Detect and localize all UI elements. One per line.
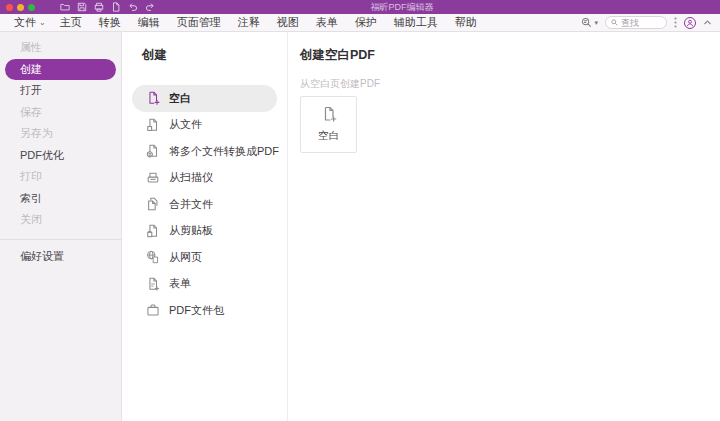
detail-panel-subtitle: 从空白页创建PDF [300,77,704,91]
sidebar-divider [0,239,121,240]
create-option[interactable]: 空白 [132,85,277,112]
blank-card-label: 空白 [318,129,339,143]
search-options-icon [581,17,592,28]
sidebar-item-preferences[interactable]: 偏好设置 [0,246,121,268]
convert-multiple-icon [145,144,160,159]
menu-item[interactable]: 页面管理 [177,15,224,30]
scanner-icon [145,170,160,185]
kebab-menu-icon[interactable] [674,17,677,28]
chevron-up-icon [703,18,712,27]
blank-pdf-card[interactable]: 空白 [300,96,357,153]
sidebar-item[interactable]: 索引 [0,188,121,210]
quick-access-toolbar [59,2,155,13]
clipboard-icon [145,223,160,238]
create-panel-title: 创建 [122,47,287,64]
menu-item[interactable]: 帮助 [455,15,480,30]
app-window: 福昕PDF编辑器 文件⌄ 主页 转换 编辑 页面管理 注释 视图 表单 保护 [0,0,720,421]
advanced-search-button[interactable]: ▾ [581,17,598,28]
user-icon [686,19,694,27]
title-bar: 福昕PDF编辑器 [0,0,720,14]
create-option[interactable]: 从网页 [132,244,277,271]
menubar-right-tools: ▾ [581,16,712,29]
search-box[interactable] [605,16,667,29]
create-option[interactable]: 从扫描仪 [132,165,277,192]
sidebar-item[interactable]: 打印 [0,166,121,188]
pdf-portfolio-icon [145,303,160,318]
backstage-content: 属性创建打开保存另存为PDF优化打印索引关闭 偏好设置 创建 空白 从文件 [0,32,720,421]
close-window-button[interactable] [6,4,13,11]
minimize-window-button[interactable] [17,4,24,11]
menu-item[interactable]: 编辑 [138,15,163,30]
search-input[interactable] [621,18,661,28]
webpage-icon [145,250,160,265]
menu-item[interactable]: 表单 [316,15,341,30]
menu-item[interactable]: 视图 [277,15,302,30]
create-options-list: 空白 从文件 将多个文件转换成PDF 从扫描仪 [122,85,287,324]
blank-doc-icon [321,106,337,122]
sidebar-item[interactable]: 保存 [0,102,121,124]
menu-item[interactable]: 主页 [60,15,85,30]
search-icon [611,19,618,26]
new-document-icon[interactable] [110,2,121,13]
redo-icon[interactable] [144,2,155,13]
sidebar-item[interactable]: PDF优化 [0,145,121,167]
sidebar-item[interactable]: 关闭 [0,209,121,231]
menu-item[interactable]: 保护 [355,15,380,30]
create-option[interactable]: PDF文件包 [132,297,277,324]
sidebar-item[interactable]: 另存为 [0,123,121,145]
create-option[interactable]: 将多个文件转换成PDF [132,138,277,165]
create-option[interactable]: 从剪贴板 [132,218,277,245]
chevron-down-icon: ⌄ [39,19,46,27]
chevron-down-icon: ▾ [594,19,598,27]
open-folder-icon[interactable] [59,2,70,13]
save-icon[interactable] [76,2,87,13]
create-option[interactable]: 表单 [132,271,277,298]
menu-item[interactable]: 辅助工具 [394,15,441,30]
traffic-lights [6,4,35,11]
menu-list: 文件⌄ 主页 转换 编辑 页面管理 注释 视图 表单 保护 辅助工具 帮助 [14,15,480,30]
sidebar-nav: 属性创建打开保存另存为PDF优化打印索引关闭 [0,37,121,231]
menu-item[interactable]: 转换 [99,15,124,30]
account-avatar-button[interactable] [684,17,696,29]
sidebar-item[interactable]: 创建 [5,59,116,81]
create-option[interactable]: 从文件 [132,112,277,139]
file-sidebar: 属性创建打开保存另存为PDF优化打印索引关闭 偏好设置 [0,32,122,421]
menu-item[interactable]: 注释 [238,15,263,30]
sidebar-item[interactable]: 打开 [0,80,121,102]
create-panel: 创建 空白 从文件 将多个文件转换成PDF [122,32,288,421]
form-icon [145,276,160,291]
menu-item[interactable]: 文件⌄ [14,15,46,30]
blank-doc-icon [145,91,160,106]
detail-panel: 创建空白PDF 从空白页创建PDF 空白 [288,32,720,421]
print-icon[interactable] [93,2,104,13]
sidebar-item[interactable]: 属性 [0,37,121,59]
detail-panel-title: 创建空白PDF [300,47,704,64]
undo-icon[interactable] [127,2,138,13]
create-option[interactable]: 合并文件 [132,191,277,218]
menu-bar: 文件⌄ 主页 转换 编辑 页面管理 注释 视图 表单 保护 辅助工具 帮助 [0,14,720,32]
collapse-ribbon-button[interactable] [703,18,712,27]
window-title: 福昕PDF编辑器 [371,0,434,14]
zoom-window-button[interactable] [28,4,35,11]
from-file-icon [145,117,160,132]
combine-files-icon [145,197,160,212]
